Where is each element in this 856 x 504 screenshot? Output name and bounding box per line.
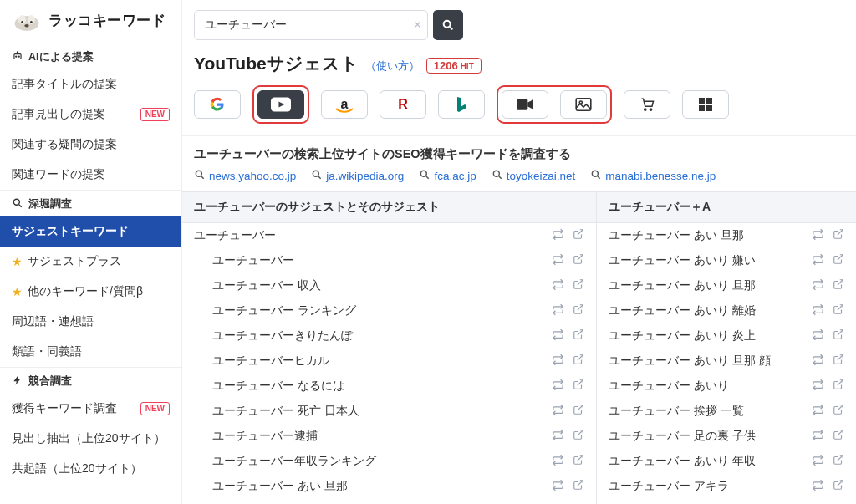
open-external-icon[interactable] bbox=[573, 379, 584, 394]
open-external-icon[interactable] bbox=[573, 429, 584, 444]
keyword-row[interactable]: ユーチューバー あいり 離婚 bbox=[597, 298, 856, 323]
sidebar-item[interactable]: 記事タイトルの提案 bbox=[0, 69, 181, 99]
seo-link[interactable]: fca.ac.jp bbox=[419, 169, 476, 183]
engine-video[interactable] bbox=[502, 90, 548, 119]
keyword-row[interactable]: ユーチューバー あいり bbox=[597, 374, 856, 399]
usage-link[interactable]: （使い方） bbox=[365, 59, 420, 74]
retweet-icon[interactable] bbox=[552, 278, 564, 293]
open-external-icon[interactable] bbox=[573, 328, 584, 344]
clear-icon[interactable]: × bbox=[414, 18, 421, 33]
open-external-icon[interactable] bbox=[833, 253, 844, 268]
retweet-icon[interactable] bbox=[552, 253, 564, 268]
open-external-icon[interactable] bbox=[833, 228, 844, 243]
open-external-icon[interactable] bbox=[573, 228, 584, 243]
open-external-icon[interactable] bbox=[833, 354, 844, 369]
keyword-row[interactable]: ユーチューバー逮捕 bbox=[182, 424, 596, 449]
retweet-icon[interactable] bbox=[552, 429, 564, 444]
retweet-icon[interactable] bbox=[812, 354, 824, 369]
keyword-row[interactable]: ユーチューバー あいり 旦那 顔 bbox=[597, 349, 856, 374]
sidebar-item[interactable]: 共起語（上位20サイト） bbox=[0, 454, 181, 484]
engine-shopping[interactable] bbox=[624, 90, 670, 119]
retweet-icon[interactable] bbox=[552, 379, 564, 394]
search-button[interactable] bbox=[433, 10, 463, 40]
open-external-icon[interactable] bbox=[833, 404, 844, 419]
logo[interactable]: ラッコキーワード bbox=[0, 0, 181, 43]
open-external-icon[interactable] bbox=[833, 479, 844, 494]
keyword-row[interactable]: ユーチューバー 収入 bbox=[182, 273, 596, 298]
retweet-icon[interactable] bbox=[812, 253, 824, 268]
open-external-icon[interactable] bbox=[573, 454, 584, 469]
open-external-icon[interactable] bbox=[833, 454, 844, 469]
keyword-row[interactable]: ユーチューバー アキラ bbox=[597, 474, 856, 499]
keyword-row[interactable]: ユーチューバー 足の裏 子供 bbox=[597, 424, 856, 449]
seo-link[interactable]: manabi.benesse.ne.jp bbox=[590, 169, 716, 183]
engine-rakuten[interactable]: R bbox=[380, 90, 426, 119]
sidebar-item[interactable]: サジェストキーワード bbox=[0, 216, 181, 247]
engine-microsoft[interactable] bbox=[682, 90, 729, 119]
sidebar-item[interactable]: ★他のキーワード/質問β bbox=[0, 277, 181, 307]
open-external-icon[interactable] bbox=[833, 379, 844, 394]
sidebar-item[interactable]: 見出し抽出（上位20サイト） bbox=[0, 424, 181, 454]
retweet-icon[interactable] bbox=[812, 328, 824, 344]
retweet-icon[interactable] bbox=[552, 328, 564, 344]
search-input[interactable] bbox=[194, 10, 428, 40]
retweet-icon[interactable] bbox=[552, 454, 564, 469]
keyword-row[interactable]: ユーチューバー bbox=[182, 248, 596, 273]
engine-youtube[interactable] bbox=[257, 90, 304, 119]
keyword-row[interactable]: ユーチューバー あい 旦那 bbox=[182, 474, 596, 499]
engine-image[interactable] bbox=[560, 90, 607, 119]
open-external-icon[interactable] bbox=[833, 429, 844, 444]
retweet-icon[interactable] bbox=[552, 354, 564, 369]
retweet-icon[interactable] bbox=[812, 228, 824, 243]
keyword-row[interactable]: ユーチューバー年収ランキング bbox=[182, 449, 596, 474]
open-external-icon[interactable] bbox=[833, 278, 844, 293]
seo-link[interactable]: news.yahoo.co.jp bbox=[194, 169, 296, 183]
sidebar-item[interactable]: ★サジェストプラス bbox=[0, 247, 181, 277]
keyword-row[interactable]: ユーチューバーきりたんぽ bbox=[182, 323, 596, 349]
sidebar-item[interactable]: 類語・同義語 bbox=[0, 337, 181, 367]
sidebar-item-label: 共起語（上位20サイト） bbox=[12, 461, 142, 476]
seo-link[interactable]: toyokeizai.net bbox=[492, 169, 576, 183]
retweet-icon[interactable] bbox=[812, 278, 824, 293]
retweet-icon[interactable] bbox=[812, 379, 824, 394]
open-external-icon[interactable] bbox=[573, 479, 584, 494]
keyword-row[interactable]: ユーチューバー 足の裏 旦那 bbox=[597, 499, 856, 504]
open-external-icon[interactable] bbox=[573, 253, 584, 268]
sidebar-item[interactable]: 記事見出しの提案NEW bbox=[0, 99, 181, 130]
open-external-icon[interactable] bbox=[573, 354, 584, 369]
sidebar-item[interactable]: 関連ワードの提案 bbox=[0, 160, 181, 190]
engine-bing[interactable] bbox=[438, 90, 485, 119]
keyword-row[interactable]: ユーチューバー あいり 旦那 bbox=[597, 273, 856, 298]
seo-link[interactable]: ja.wikipedia.org bbox=[311, 169, 404, 183]
retweet-icon[interactable] bbox=[552, 228, 564, 243]
retweet-icon[interactable] bbox=[812, 303, 824, 318]
retweet-icon[interactable] bbox=[812, 479, 824, 494]
sidebar-item[interactable]: 周辺語・連想語 bbox=[0, 307, 181, 337]
open-external-icon[interactable] bbox=[573, 404, 584, 419]
open-external-icon[interactable] bbox=[573, 303, 584, 318]
keyword-row[interactable]: ユーチューバー 死亡 日本人 bbox=[182, 399, 596, 424]
engine-amazon[interactable]: a bbox=[321, 90, 368, 119]
open-external-icon[interactable] bbox=[833, 303, 844, 318]
retweet-icon[interactable] bbox=[552, 404, 564, 419]
keyword-row[interactable]: ユーチューバー あいり 年収 bbox=[597, 449, 856, 474]
retweet-icon[interactable] bbox=[812, 454, 824, 469]
keyword-row[interactable]: ユーチューバー あい 旦那 bbox=[597, 223, 856, 248]
keyword-row[interactable]: ユーチューバー あいり 炎上 bbox=[597, 323, 856, 349]
sidebar-item[interactable]: 関連する疑問の提案 bbox=[0, 130, 181, 160]
keyword-row[interactable]: ユーチューバー bbox=[182, 223, 596, 248]
retweet-icon[interactable] bbox=[552, 303, 564, 318]
open-external-icon[interactable] bbox=[573, 278, 584, 293]
engine-google[interactable] bbox=[194, 90, 241, 119]
keyword-row[interactable]: ユーチューバーになるには bbox=[182, 499, 596, 504]
keyword-row[interactable]: ユーチューバー ランキング bbox=[182, 298, 596, 323]
retweet-icon[interactable] bbox=[552, 479, 564, 494]
sidebar-item[interactable]: 獲得キーワード調査NEW bbox=[0, 394, 181, 424]
open-external-icon[interactable] bbox=[833, 328, 844, 344]
keyword-row[interactable]: ユーチューバー あいり 嫌い bbox=[597, 248, 856, 273]
keyword-row[interactable]: ユーチューバーヒカル bbox=[182, 349, 596, 374]
keyword-row[interactable]: ユーチューバー なるには bbox=[182, 374, 596, 399]
keyword-row[interactable]: ユーチューバー 挨拶 一覧 bbox=[597, 399, 856, 424]
retweet-icon[interactable] bbox=[812, 404, 824, 419]
retweet-icon[interactable] bbox=[812, 429, 824, 444]
